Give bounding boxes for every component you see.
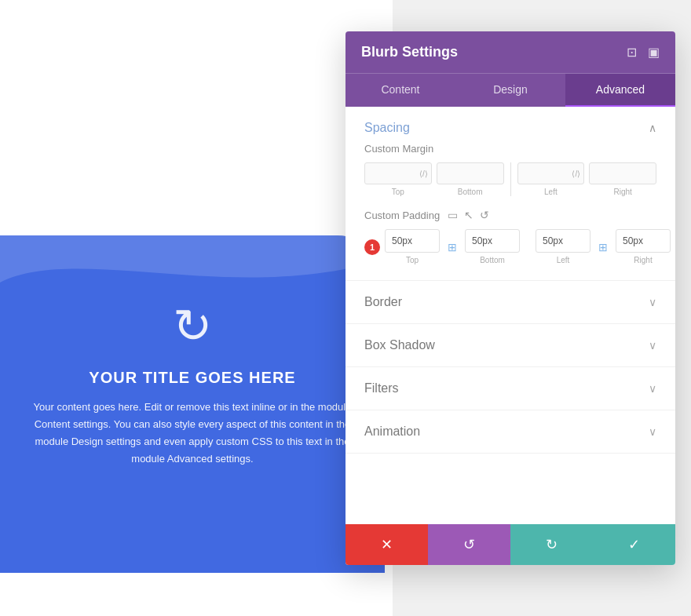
panel-title: Blurb Settings	[361, 44, 458, 60]
filters-title: Filters	[364, 381, 399, 395]
spacing-title: Spacing	[364, 121, 410, 135]
padding-header: Custom Padding ▭ ↖ ↺	[364, 209, 656, 221]
fullscreen-icon[interactable]: ⊡	[627, 45, 637, 60]
margin-left-link-icon: ⟨/⟩	[572, 169, 580, 178]
padding-right-input[interactable]	[616, 229, 671, 253]
animation-chevron: ∨	[649, 425, 656, 438]
spacing-section-header[interactable]: Spacing ∧	[346, 107, 675, 143]
margin-right-field: Right	[589, 162, 656, 196]
tab-content[interactable]: Content	[346, 74, 455, 107]
box-shadow-section[interactable]: Box Shadow ∨	[346, 324, 675, 367]
margin-right-label: Right	[613, 188, 631, 196]
margin-fields-row: ⟨/⟩ Top Bottom ⟨/⟩	[364, 162, 656, 196]
margin-top-field: ⟨/⟩ Top	[364, 162, 432, 196]
spacing-section-content: Custom Margin ⟨/⟩ Top Bottom	[346, 143, 675, 280]
padding-top-field: Top	[385, 229, 440, 264]
border-chevron: ∨	[649, 296, 656, 308]
responsive-icon[interactable]: ▭	[448, 209, 458, 221]
margin-left-label: Left	[544, 188, 558, 196]
padding-bottom-field: Bottom	[465, 229, 520, 264]
link-icon-left-right[interactable]: ⊞	[595, 241, 611, 253]
padding-right-label: Right	[634, 256, 652, 264]
padding-left-field: Left	[536, 229, 590, 264]
padding-fields-container: 1 Top ⊞ Bottom	[364, 229, 656, 264]
blurb-title: YOUR TITLE GOES HERE	[31, 369, 353, 387]
padding-icons: ▭ ↖ ↺	[448, 209, 489, 221]
margin-bottom-field: Bottom	[437, 162, 504, 196]
padding-top-input[interactable]	[385, 229, 440, 253]
settings-panel: Blurb Settings ⊡ ▣ Content Design Advanc…	[346, 31, 675, 565]
margin-left-field: ⟨/⟩ Left	[517, 162, 585, 196]
undo-button[interactable]: ↺	[428, 524, 510, 565]
margin-bottom-input[interactable]	[437, 162, 504, 184]
padding-left-input[interactable]	[536, 229, 590, 253]
cursor-icon[interactable]: ↖	[464, 209, 473, 221]
padding-left-label: Left	[557, 256, 570, 264]
border-section[interactable]: Border ∨	[346, 281, 675, 324]
panel-tabs: Content Design Advanced	[346, 73, 675, 107]
link-icon-top-bottom[interactable]: ⊞	[444, 241, 460, 253]
spacing-toggle-icon: ∧	[649, 122, 656, 134]
filters-section[interactable]: Filters ∨	[346, 367, 675, 410]
filters-chevron: ∨	[649, 382, 656, 395]
padding-bottom-input[interactable]	[465, 229, 520, 253]
border-title: Border	[364, 295, 402, 309]
save-button[interactable]: ✓	[593, 524, 675, 565]
tab-design[interactable]: Design	[455, 74, 565, 107]
animation-section[interactable]: Animation ∨	[346, 410, 675, 454]
split-icon[interactable]: ▣	[648, 45, 660, 60]
panel-header-icons: ⊡ ▣	[627, 45, 660, 60]
margin-right-input[interactable]	[589, 162, 656, 184]
padding-right-field: Right	[616, 229, 671, 264]
box-shadow-title: Box Shadow	[364, 338, 435, 352]
action-bar: ✕ ↺ ↻ ✓	[346, 524, 675, 565]
blurb-text: Your content goes here. Edit or remove t…	[31, 399, 353, 468]
blurb-icon: ↻	[31, 298, 353, 353]
panel-body: Spacing ∧ Custom Margin ⟨/⟩ Top	[346, 107, 675, 524]
margin-top-link-icon: ⟨/⟩	[419, 169, 428, 178]
blurb-content: ↻ YOUR TITLE GOES HERE Your content goes…	[0, 298, 385, 468]
panel-header: Blurb Settings ⊡ ▣	[346, 31, 675, 73]
custom-margin-label: Custom Margin	[364, 143, 656, 155]
box-shadow-chevron: ∨	[649, 339, 656, 352]
redo-button[interactable]: ↻	[510, 524, 593, 565]
cancel-button[interactable]: ✕	[346, 524, 428, 565]
padding-top-label: Top	[406, 256, 419, 264]
reset-padding-icon[interactable]: ↺	[480, 209, 489, 221]
margin-bottom-label: Bottom	[458, 188, 483, 196]
padding-badge: 1	[364, 239, 380, 255]
custom-padding-label: Custom Padding	[364, 210, 440, 221]
blue-blurb-section: ↻ YOUR TITLE GOES HERE Your content goes…	[0, 235, 385, 573]
tab-advanced[interactable]: Advanced	[565, 74, 675, 107]
animation-title: Animation	[364, 425, 420, 439]
spacing-section: Spacing ∧ Custom Margin ⟨/⟩ Top	[346, 107, 675, 281]
margin-top-label: Top	[392, 188, 404, 196]
padding-bottom-label: Bottom	[480, 256, 505, 264]
